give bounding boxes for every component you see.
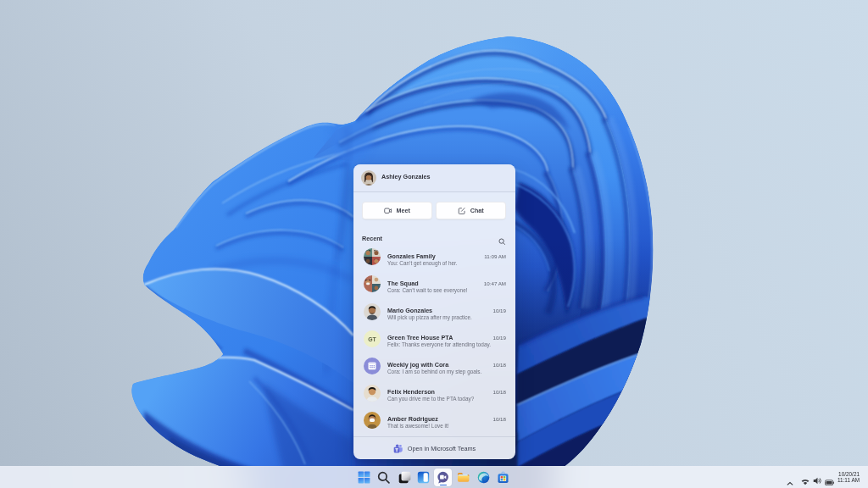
svg-text:GT: GT xyxy=(368,336,376,341)
